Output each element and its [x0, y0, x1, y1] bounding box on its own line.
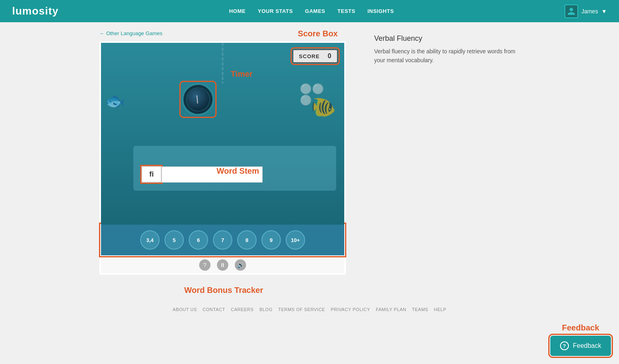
score-box: SCORE 0	[293, 49, 338, 63]
footer-about-us[interactable]: ABOUT US	[173, 307, 197, 312]
feedback-label: Feedback	[550, 323, 611, 332]
footer-teams[interactable]: TEAMS	[412, 307, 428, 312]
main-nav: HOME YOUR STATS GAMES TESTS INSIGHTS	[229, 8, 394, 14]
game-controls: ? ⏸ 🔊	[101, 255, 344, 273]
main-content: Other Language Games Score Box Timer Wor…	[87, 22, 532, 283]
footer-blog[interactable]: BLOG	[259, 307, 273, 312]
bonus-bubble-5: 8	[237, 230, 257, 250]
timer-annotation: Timer	[231, 69, 253, 79]
timer-box	[182, 83, 214, 116]
timer-circle	[182, 83, 214, 116]
left-column: Other Language Games Score Box Timer Wor…	[99, 30, 358, 275]
bubbles: ⚪⚪⚪	[300, 83, 324, 106]
bonus-bubble-3: 6	[189, 230, 208, 250]
help-button[interactable]: ?	[199, 259, 211, 271]
nav-home[interactable]: HOME	[229, 8, 246, 14]
nav-insights[interactable]: INSIGHTS	[367, 8, 394, 14]
bonus-bubble-6: 9	[261, 230, 281, 250]
right-column: Verbal Fluency Verbal fluency is the abi…	[374, 30, 520, 275]
bonus-bubble-7: 10+	[286, 230, 305, 250]
game-area: SCORE 0 🐟 🐠 ⚪⚪⚪	[101, 43, 344, 225]
avatar	[564, 4, 578, 18]
sidebar-title: Verbal Fluency	[374, 34, 520, 43]
feedback-button[interactable]: ? Feedback	[550, 336, 611, 356]
timer-hand	[196, 95, 198, 103]
timer-inner	[186, 87, 210, 112]
fish-left: 🐟	[105, 91, 125, 110]
footer-links: ABOUT US CONTACT CAREERS BLOG TERMS OF S…	[8, 307, 611, 312]
score-value: 0	[328, 53, 331, 60]
pause-button[interactable]: ⏸	[217, 259, 228, 271]
game-container: SCORE 0 🐟 🐠 ⚪⚪⚪	[99, 41, 346, 275]
bonus-tracker: 3,4 5 6 7 8 9 10+	[101, 225, 344, 255]
footer-family-plan[interactable]: FAMILY PLAN	[376, 307, 406, 312]
feedback-button-label: Feedback	[573, 342, 601, 349]
word-stem: fi	[141, 166, 162, 183]
nav-games[interactable]: GAMES	[305, 8, 325, 14]
footer: ABOUT US CONTACT CAREERS BLOG TERMS OF S…	[0, 299, 619, 320]
bonus-bubble-1: 3,4	[140, 230, 160, 250]
logo: lumosity	[12, 5, 59, 17]
bonus-bubble-2: 5	[164, 230, 184, 250]
header: lumosity HOME YOUR STATS GAMES TESTS INS…	[0, 0, 619, 22]
footer-tos[interactable]: TERMS OF SERVICE	[278, 307, 325, 312]
audio-button[interactable]: 🔊	[235, 259, 246, 271]
feedback-icon: ?	[560, 341, 569, 350]
footer-privacy[interactable]: PRIVACY POLICY	[331, 307, 370, 312]
chain-decoration	[222, 43, 223, 83]
bonus-bubble-4: 7	[213, 230, 232, 250]
score-box-annotation: Score Box	[298, 29, 338, 38]
score-label: SCORE	[299, 53, 320, 59]
feedback-section: Feedback ? Feedback	[550, 323, 611, 356]
footer-contact[interactable]: CONTACT	[202, 307, 225, 312]
footer-help[interactable]: HELP	[434, 307, 446, 312]
nav-your-stats[interactable]: YOUR STATS	[258, 8, 293, 14]
footer-careers[interactable]: CAREERS	[231, 307, 254, 312]
word-stem-annotation: Word Stem	[217, 166, 259, 176]
user-menu[interactable]: James ▼	[564, 4, 607, 18]
username: James	[581, 8, 598, 15]
nav-tests[interactable]: TESTS	[337, 8, 355, 14]
sidebar-description: Verbal fluency is the ability to rapidly…	[374, 47, 520, 65]
dropdown-arrow[interactable]: ▼	[601, 8, 607, 15]
word-bonus-annotation: Word Bonus Tracker	[184, 286, 263, 295]
